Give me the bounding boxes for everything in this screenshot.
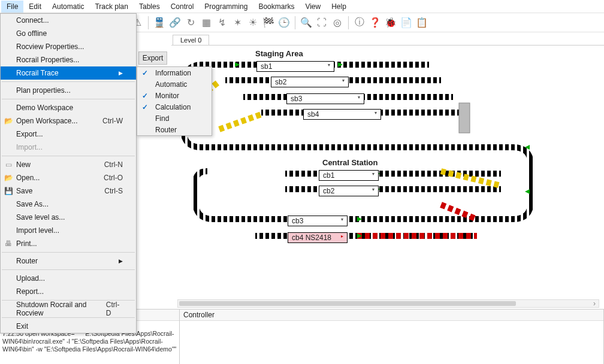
document-icon[interactable]: 📄 bbox=[400, 17, 412, 29]
level-crossing-icon bbox=[459, 103, 470, 133]
trace-information[interactable]: ✓Information bbox=[137, 67, 212, 78]
submenu-arrow-icon: ▶ bbox=[119, 70, 123, 76]
file-menu-connect[interactable]: Connect... bbox=[1, 14, 136, 27]
trace-calculation[interactable]: ✓Calculation bbox=[137, 101, 212, 113]
block-cb3[interactable]: cb3▾ bbox=[288, 216, 348, 226]
scroll-right-arrow-icon[interactable]: › bbox=[590, 300, 599, 307]
check-icon: ✓ bbox=[142, 103, 148, 111]
menu-tables[interactable]: Tables bbox=[134, 1, 165, 13]
search-icon[interactable]: 🔍 bbox=[300, 17, 312, 29]
help-icon[interactable]: ❓ bbox=[369, 17, 381, 29]
target-icon[interactable]: ◎ bbox=[331, 17, 343, 29]
submenu-label: Router bbox=[155, 126, 177, 134]
file-menu-report[interactable]: Report... bbox=[1, 285, 136, 298]
menu-item-label: Upload... bbox=[16, 274, 45, 283]
menu-help[interactable]: Help bbox=[326, 1, 352, 13]
file-menu-rocrail-properties[interactable]: Rocrail Properties... bbox=[1, 53, 136, 66]
file-menu-rocview-properties[interactable]: Rocview Properties... bbox=[1, 40, 136, 53]
track-plan-canvas[interactable]: Staging Area Central Station bbox=[177, 46, 599, 301]
menu-item-label: New bbox=[16, 160, 31, 169]
sun-icon[interactable]: ☀ bbox=[247, 17, 259, 29]
submenu-label: Find bbox=[155, 114, 169, 123]
file-menu-save[interactable]: 💾SaveCtrl-S bbox=[1, 184, 136, 198]
clock-icon[interactable]: 🕒 bbox=[278, 17, 290, 29]
export-button[interactable]: Export bbox=[138, 51, 167, 65]
file-menu-save-as[interactable]: Save As... bbox=[1, 198, 136, 211]
menu-item-label: Open... bbox=[16, 174, 40, 182]
submenu-label: Monitor bbox=[155, 92, 179, 100]
file-menu-export[interactable]: Export... bbox=[1, 128, 136, 141]
block-cb2[interactable]: cb2▾ bbox=[319, 186, 379, 196]
reload-icon[interactable]: ↻ bbox=[185, 17, 197, 29]
menu-item-label: Open Workspace... bbox=[16, 117, 78, 125]
controller-body[interactable] bbox=[180, 321, 603, 364]
menu-automatic[interactable]: Automatic bbox=[47, 1, 89, 13]
link-icon[interactable]: 🔗 bbox=[169, 17, 181, 29]
menu-shortcut: Ctrl-O bbox=[104, 174, 123, 182]
block-sb4[interactable]: sb4▾ bbox=[303, 109, 381, 120]
menu-file[interactable]: File bbox=[1, 1, 23, 13]
block-sb1[interactable]: sb1▾ bbox=[256, 61, 334, 72]
plan-horizontal-scrollbar[interactable]: ‹ › bbox=[177, 299, 599, 308]
block-sb3[interactable]: sb3▾ bbox=[286, 93, 364, 104]
file-menu-open-workspace[interactable]: 📂Open Workspace...Ctrl-W bbox=[1, 114, 136, 128]
file-menu-router[interactable]: Router▶ bbox=[1, 254, 136, 268]
menu-bookmarks[interactable]: Bookmarks bbox=[253, 1, 300, 13]
submenu-label: Calculation bbox=[155, 103, 191, 111]
menu-separator bbox=[2, 317, 135, 318]
menu-item-label: Router bbox=[16, 257, 38, 265]
trace-monitor[interactable]: ✓Monitor bbox=[137, 90, 212, 101]
menu-item-label: Report... bbox=[16, 287, 44, 296]
menu-item-label: Print... bbox=[16, 239, 37, 248]
copy-icon[interactable]: 📋 bbox=[416, 17, 428, 29]
menu-item-label: Exit bbox=[16, 322, 28, 330]
menu-item-label: Import... bbox=[16, 143, 43, 151]
menu-control[interactable]: Control bbox=[165, 1, 200, 13]
trace-find[interactable]: Find bbox=[137, 113, 212, 124]
train-icon[interactable]: 🚆 bbox=[153, 17, 165, 29]
submenu-label: Automatic bbox=[155, 80, 187, 89]
menu-edit[interactable]: Edit bbox=[23, 1, 47, 13]
file-menu-demo-workspace[interactable]: Demo Workspace bbox=[1, 101, 136, 114]
trace-router[interactable]: Router bbox=[137, 124, 212, 135]
file-menu-new[interactable]: ▭NewCtrl-N bbox=[1, 158, 136, 171]
menu-programming[interactable]: Programming bbox=[199, 1, 253, 13]
track-svg bbox=[177, 46, 597, 297]
rocrail-trace-submenu: ✓InformationAutomatic✓Monitor✓Calculatio… bbox=[137, 66, 212, 136]
file-menu-save-level-as[interactable]: Save level as... bbox=[1, 211, 136, 224]
file-menu-plan-properties[interactable]: Plan properties... bbox=[1, 84, 136, 97]
block-cb1[interactable]: cb1▾ bbox=[319, 170, 379, 181]
file-menu-rocrail-trace[interactable]: Rocrail Trace▶ bbox=[1, 66, 136, 80]
file-menu-import-level[interactable]: Import level... bbox=[1, 224, 136, 237]
file-menu-open[interactable]: 📂Open...Ctrl-O bbox=[1, 171, 136, 184]
info-icon[interactable]: ⓘ bbox=[354, 17, 366, 29]
block-cb4[interactable]: cb4 NS2418▸ bbox=[288, 232, 348, 243]
level-tab-strip: Level 0 bbox=[171, 32, 604, 46]
grid-icon[interactable]: ▦ bbox=[200, 17, 212, 29]
menu-view[interactable]: View bbox=[300, 1, 326, 13]
file-menu-shutdown-rocrail-and-rocview[interactable]: Shutdown Rocrail and RocviewCtrl-D bbox=[1, 302, 136, 316]
menu-shortcut: Ctrl-D bbox=[106, 301, 123, 317]
menu-separator bbox=[2, 252, 135, 253]
file-menu-go-offline[interactable]: Go offline bbox=[1, 27, 136, 40]
file-menu-exit[interactable]: Exit bbox=[1, 320, 136, 333]
scrollbar-thumb[interactable] bbox=[179, 301, 516, 306]
menu-item-label: Export... bbox=[16, 130, 43, 138]
fullscreen-icon[interactable]: ⛶ bbox=[316, 17, 328, 29]
menu-track-plan[interactable]: Track plan bbox=[89, 1, 134, 13]
menu-separator bbox=[2, 99, 135, 99]
route-icon[interactable]: ↯ bbox=[216, 17, 228, 29]
flag-icon[interactable]: 🏁 bbox=[262, 17, 274, 29]
file-menu-print[interactable]: 🖶Print... bbox=[1, 237, 136, 250]
tab-level-0[interactable]: Level 0 bbox=[173, 35, 209, 45]
bug-icon[interactable]: 🐞 bbox=[385, 17, 397, 29]
file-menu-upload[interactable]: Upload... bbox=[1, 272, 136, 285]
shuffle-icon[interactable]: ✶ bbox=[231, 17, 243, 29]
trace-automatic[interactable]: Automatic bbox=[137, 78, 212, 90]
separator bbox=[295, 16, 295, 29]
menu-shortcut: Ctrl-S bbox=[104, 187, 123, 195]
block-sb2[interactable]: sb2▾ bbox=[271, 77, 349, 87]
submenu-label: Information bbox=[155, 69, 191, 77]
folder-open-icon: 📂 bbox=[3, 116, 14, 126]
folder-open-icon: 📂 bbox=[3, 172, 14, 183]
